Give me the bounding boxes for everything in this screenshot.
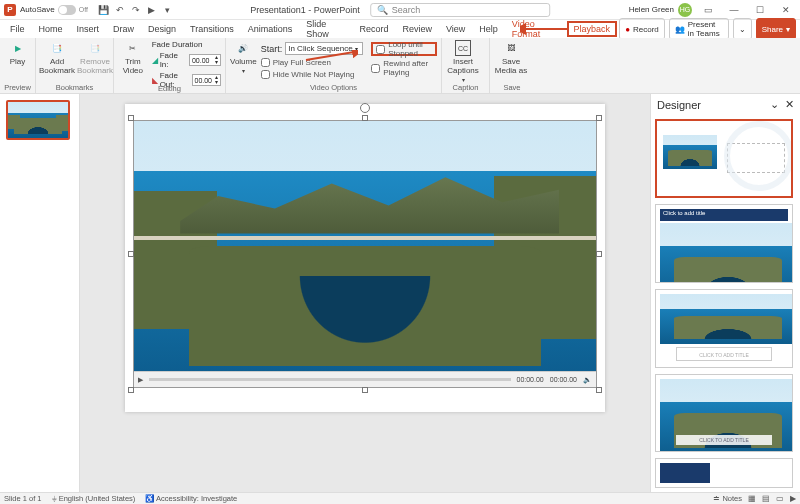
tab-home[interactable]: Home <box>33 22 69 36</box>
quick-access-toolbar: 💾 ↶ ↷ ▶ ▾ <box>98 4 174 16</box>
tab-help[interactable]: Help <box>473 22 504 36</box>
resize-handle[interactable] <box>362 387 368 393</box>
tab-draw[interactable]: Draw <box>107 22 140 36</box>
tab-insert[interactable]: Insert <box>71 22 106 36</box>
resize-handle[interactable] <box>128 387 134 393</box>
rewind-after-playing-checkbox[interactable]: Rewind after Playing <box>371 59 437 77</box>
resize-handle[interactable] <box>596 387 602 393</box>
ribbon-tabs: File Home Insert Draw Design Transitions… <box>0 20 800 38</box>
group-editing-label: Editing <box>118 84 221 94</box>
start-slideshow-icon[interactable]: ▶ <box>146 4 158 16</box>
accessibility-icon: ♿ <box>145 494 154 503</box>
play-full-screen-checkbox[interactable]: Play Full Screen <box>261 58 364 67</box>
save-media-button[interactable]: 🖼Save Media as <box>494 40 528 75</box>
group-preview-label: Preview <box>4 83 31 93</box>
share-button[interactable]: Share▾ <box>756 18 796 40</box>
save-icon[interactable]: 💾 <box>98 4 110 16</box>
insert-captions-button[interactable]: CCInsert Captions▾ <box>446 40 480 83</box>
record-dot-icon: ● <box>625 25 630 34</box>
status-bar: Slide 1 of 1 ⏚ English (United States) ♿… <box>0 492 800 504</box>
save-media-icon: 🖼 <box>503 40 519 56</box>
group-bookmarks-label: Bookmarks <box>40 83 109 93</box>
globe-icon: ⏚ <box>52 494 57 503</box>
avatar: HG <box>678 3 692 17</box>
volume-button[interactable]: 🔊Volume▾ <box>230 40 257 74</box>
sorter-view-icon[interactable]: ▤ <box>762 494 770 503</box>
design-idea-1[interactable] <box>655 119 793 198</box>
slide-thumbnail-1[interactable] <box>6 100 70 140</box>
chevron-down-icon[interactable]: ⌄ <box>770 98 779 111</box>
autosave-toggle[interactable]: AutoSave Off <box>20 5 88 15</box>
tab-view[interactable]: View <box>440 22 471 36</box>
reading-view-icon[interactable]: ▭ <box>776 494 784 503</box>
tab-design[interactable]: Design <box>142 22 182 36</box>
chevron-down-icon: ▾ <box>355 45 358 52</box>
slideshow-view-icon[interactable]: ▶ <box>790 494 796 503</box>
play-icon: ▶ <box>10 40 26 56</box>
volume-icon: 🔊 <box>235 40 251 56</box>
bookmark-remove-icon: 📑 <box>87 40 103 56</box>
resize-handle[interactable] <box>596 251 602 257</box>
tab-transitions[interactable]: Transitions <box>184 22 240 36</box>
loop-until-stopped-checkbox[interactable]: Loop until Stopped <box>376 40 432 58</box>
record-button[interactable]: ●Record <box>619 18 665 40</box>
tab-animations[interactable]: Animations <box>242 22 299 36</box>
toggle-icon <box>58 5 76 15</box>
maximize-icon[interactable]: ☐ <box>750 2 770 18</box>
notes-button[interactable]: ≐ Notes <box>713 494 742 503</box>
tab-review[interactable]: Review <box>396 22 438 36</box>
trim-icon: ✂ <box>125 40 141 56</box>
ribbon-options-icon[interactable]: ▭ <box>698 2 718 18</box>
search-input[interactable]: 🔍 Search <box>370 3 550 17</box>
present-in-teams-button[interactable]: 👥Present in Teams <box>669 18 729 40</box>
account-button[interactable]: Helen Green HG <box>629 3 692 17</box>
captions-icon: CC <box>455 40 471 56</box>
fade-in-spinner[interactable]: 00.00▴▾ <box>189 54 221 66</box>
rotate-handle[interactable] <box>360 103 370 113</box>
tab-record[interactable]: Record <box>353 22 394 36</box>
document-title: Presentation1 - PowerPoint <box>250 5 360 15</box>
resize-handle[interactable] <box>596 115 602 121</box>
start-label: Start: <box>261 44 283 54</box>
close-icon[interactable]: ✕ <box>776 2 796 18</box>
add-bookmark-button[interactable]: 📑Add Bookmark <box>40 40 74 75</box>
designer-pane: Designer ⌄ ✕ Click to add title CLICK TO… <box>650 94 800 492</box>
tab-playback[interactable]: Playback <box>567 21 618 37</box>
tab-file[interactable]: File <box>4 22 31 36</box>
minimize-icon[interactable]: — <box>724 2 744 18</box>
language-status[interactable]: ⏚ English (United States) <box>52 494 136 503</box>
designer-title: Designer <box>657 99 701 111</box>
video-seek-slider[interactable] <box>149 378 511 381</box>
undo-icon[interactable]: ↶ <box>114 4 126 16</box>
start-dropdown[interactable]: In Click Sequence▾ <box>285 42 363 55</box>
design-idea-5[interactable] <box>655 458 793 488</box>
video-object[interactable]: ▶ 00:00.00 00:00.00 🔈 <box>133 120 597 388</box>
resize-handle[interactable] <box>128 115 134 121</box>
design-idea-4[interactable]: CLICK TO ADD TITLE <box>655 374 793 453</box>
ribbon-collapse-icon[interactable]: ⌄ <box>733 18 752 40</box>
remove-bookmark-button[interactable]: 📑Remove Bookmark <box>78 40 112 75</box>
design-idea-3[interactable]: CLICK TO ADD TITLE <box>655 289 793 368</box>
qat-dropdown-icon[interactable]: ▾ <box>162 4 174 16</box>
close-icon[interactable]: ✕ <box>785 98 794 111</box>
design-idea-2[interactable]: Click to add title <box>655 204 793 283</box>
fade-in-icon: ◢ <box>152 56 158 65</box>
loop-until-stopped-callout: Loop until Stopped <box>371 42 437 56</box>
normal-view-icon[interactable]: ▦ <box>748 494 756 503</box>
workspace: ▶ 00:00.00 00:00.00 🔈 Designer ⌄ ✕ <box>0 94 800 492</box>
resize-handle[interactable] <box>128 251 134 257</box>
resize-handle[interactable] <box>362 115 368 121</box>
hide-while-not-playing-checkbox[interactable]: Hide While Not Playing <box>261 70 364 79</box>
slide-canvas[interactable]: ▶ 00:00.00 00:00.00 🔈 <box>125 104 605 412</box>
slide-editor[interactable]: ▶ 00:00.00 00:00.00 🔈 <box>80 94 650 492</box>
app-icon: P <box>4 4 16 16</box>
bookmark-add-icon: 📑 <box>49 40 65 56</box>
redo-icon[interactable]: ↷ <box>130 4 142 16</box>
play-button[interactable]: ▶Play <box>4 40 31 66</box>
accessibility-status[interactable]: ♿ Accessibility: Investigate <box>145 494 237 503</box>
chevron-down-icon: ▾ <box>242 67 245 74</box>
teams-icon: 👥 <box>675 25 685 34</box>
slide-counter[interactable]: Slide 1 of 1 <box>4 494 42 503</box>
group-save-label: Save <box>494 83 530 93</box>
trim-video-button[interactable]: ✂Trim Video <box>118 40 148 75</box>
